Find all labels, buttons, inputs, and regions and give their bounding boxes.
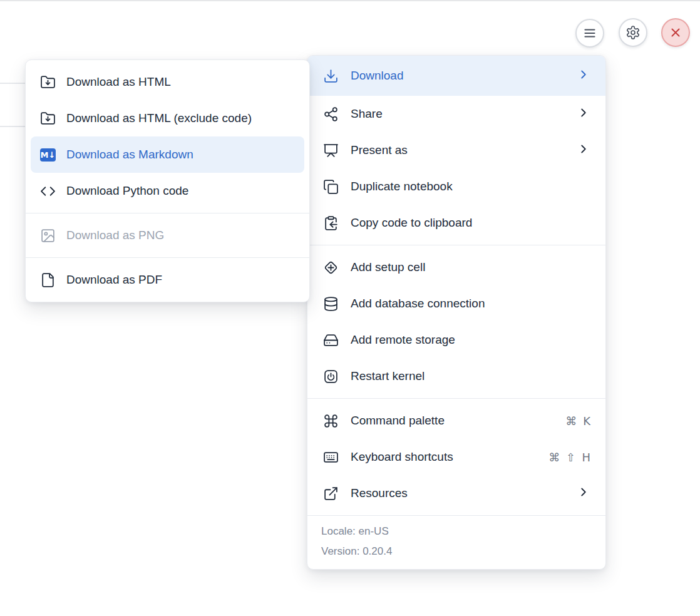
page-top-border <box>0 0 700 1</box>
menu-item-label: Download as PNG <box>66 228 164 242</box>
external-link-icon <box>323 486 339 501</box>
menu-button[interactable] <box>575 19 604 48</box>
close-icon <box>668 25 683 40</box>
chevron-right-icon <box>577 106 590 123</box>
keyboard-shortcut: ⌘⇧H <box>548 451 590 464</box>
menu-item-label: Download as HTML (exclude code) <box>66 111 252 125</box>
menu-item-download[interactable]: Download <box>307 56 605 96</box>
shortcut-key: ⌘ <box>565 414 577 428</box>
menu-item-restart-kernel[interactable]: Restart kernel <box>307 358 605 394</box>
database-icon <box>323 296 339 312</box>
menu-item-label: Duplicate notebook <box>351 180 453 193</box>
menu-item-command-palette[interactable]: Command palette⌘K <box>307 403 605 439</box>
menu-group: Command palette⌘KKeyboard shortcuts⌘⇧HRe… <box>307 399 605 515</box>
hamburger-icon <box>582 26 597 41</box>
version-text: Version: 0.20.4 <box>307 542 605 562</box>
menu-item-label: Present as <box>351 143 408 157</box>
menu-item-download-as-html[interactable]: Download as HTML <box>26 64 309 100</box>
duplicate-icon <box>323 179 339 195</box>
menu-item-duplicate-notebook[interactable]: Duplicate notebook <box>307 168 605 205</box>
share-icon <box>323 106 339 122</box>
presentation-icon <box>323 143 339 158</box>
folder-download-icon <box>40 74 56 90</box>
menu-item-share[interactable]: Share <box>307 96 605 132</box>
menu-item-label: Add database connection <box>351 297 485 311</box>
keyboard-icon <box>323 449 339 465</box>
menu-group: Add setup cellAdd database connectionAdd… <box>307 245 605 398</box>
menu-footer: Locale: en-USVersion: 0.20.4 <box>307 516 605 569</box>
shortcut-keys: ⌘⇧H <box>548 451 590 464</box>
image-icon <box>40 228 56 244</box>
menu-item-add-remote-storage[interactable]: Add remote storage <box>307 322 605 358</box>
background-row-border <box>0 126 26 127</box>
notebook-actions-menu: DownloadSharePresent asDuplicate noteboo… <box>307 55 606 570</box>
shortcut-key: ⇧ <box>566 451 575 464</box>
menu-group: Download as PDF <box>26 258 309 302</box>
chevron-right-icon <box>577 68 590 85</box>
submenu-indicator <box>577 68 590 85</box>
menu-group: Download as HTMLDownload as HTML (exclud… <box>26 60 309 213</box>
menu-item-label: Keyboard shortcuts <box>351 450 453 464</box>
menu-item-download-as-html-exclude-code[interactable]: Download as HTML (exclude code) <box>26 100 309 136</box>
page: DownloadSharePresent asDuplicate noteboo… <box>0 0 700 616</box>
menu-item-label: Add setup cell <box>351 260 425 274</box>
shortcut-key: ⌘ <box>548 451 560 464</box>
markdown-icon: M↓ <box>40 147 56 163</box>
download-submenu: Download as HTMLDownload as HTML (exclud… <box>25 59 310 302</box>
menu-item-label: Copy code to clipboard <box>351 216 472 230</box>
locale-text: Locale: en-US <box>307 521 605 542</box>
background-row-border <box>0 83 26 84</box>
menu-item-download-python-code[interactable]: Download Python code <box>26 173 309 209</box>
shortcut-keys: ⌘K <box>565 414 590 428</box>
shortcut-key: K <box>583 414 590 428</box>
menu-item-label: Resources <box>351 486 408 500</box>
menu-item-label: Download as HTML <box>66 75 171 89</box>
menu-item-label: Share <box>351 107 383 121</box>
menu-item-label: Restart kernel <box>351 369 425 383</box>
close-button[interactable] <box>661 18 690 47</box>
submenu-indicator <box>577 142 590 159</box>
menu-group: DownloadSharePresent asDuplicate noteboo… <box>307 56 605 245</box>
menu-item-keyboard-shortcuts[interactable]: Keyboard shortcuts⌘⇧H <box>307 439 605 475</box>
menu-item-download-as-png[interactable]: Download as PNG <box>26 217 309 254</box>
command-icon <box>323 413 339 429</box>
menu-item-copy-code-to-clipboard[interactable]: Copy code to clipboard <box>307 205 605 241</box>
menu-group: Download as PNG <box>26 213 309 257</box>
menu-item-download-as-pdf[interactable]: Download as PDF <box>26 262 309 298</box>
menu-item-label: Download Python code <box>66 184 188 198</box>
download-icon <box>323 68 339 84</box>
diamond-plus-icon <box>323 260 339 275</box>
submenu-indicator <box>577 485 590 502</box>
folder-download-icon <box>40 111 56 126</box>
clipboard-copy-icon <box>323 215 339 231</box>
submenu-indicator <box>577 106 590 123</box>
menu-item-label: Download <box>351 69 404 83</box>
menu-item-label: Add remote storage <box>351 333 455 347</box>
chevron-right-icon <box>577 142 590 159</box>
power-icon <box>323 369 339 384</box>
menu-item-resources[interactable]: Resources <box>307 475 605 511</box>
menu-item-add-database-connection[interactable]: Add database connection <box>307 285 605 322</box>
gear-icon <box>625 25 641 40</box>
hard-drive-icon <box>323 332 339 348</box>
menu-item-label: Download as PDF <box>66 273 162 287</box>
shortcut-key: H <box>582 451 590 464</box>
chevron-right-icon <box>577 485 590 502</box>
file-icon <box>40 272 56 288</box>
menu-item-present-as[interactable]: Present as <box>307 132 605 168</box>
menu-item-download-as-markdown[interactable]: M↓Download as Markdown <box>31 136 304 173</box>
menu-item-label: Command palette <box>351 414 445 428</box>
menu-item-label: Download as Markdown <box>66 148 193 162</box>
code-icon <box>40 183 56 199</box>
keyboard-shortcut: ⌘K <box>565 414 590 428</box>
settings-button[interactable] <box>619 18 647 47</box>
menu-item-add-setup-cell[interactable]: Add setup cell <box>307 249 605 285</box>
